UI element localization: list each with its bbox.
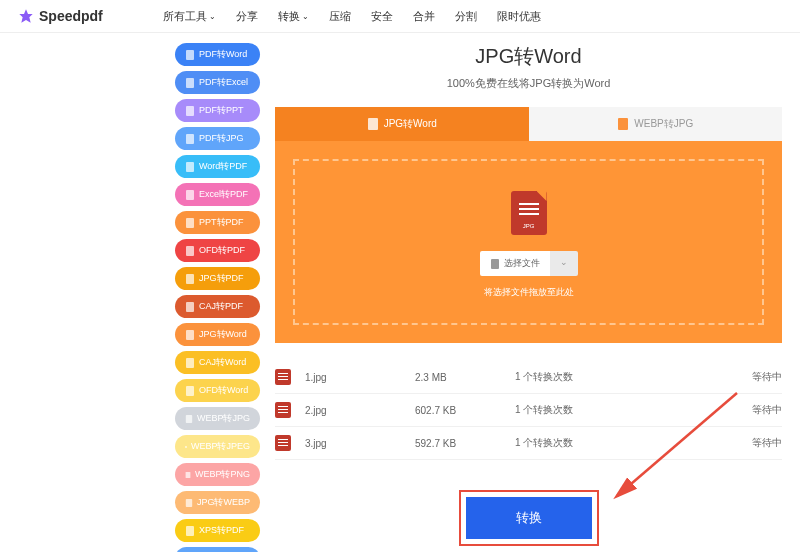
nav-promo[interactable]: 限时优惠 bbox=[497, 9, 541, 24]
sidebar-item-12[interactable]: OFD转Word bbox=[175, 379, 260, 402]
sidebar-item-2[interactable]: PDF转PPT bbox=[175, 99, 260, 122]
svg-rect-16 bbox=[186, 499, 192, 507]
drag-hint: 将选择文件拖放至此处 bbox=[315, 286, 742, 299]
svg-rect-4 bbox=[186, 162, 194, 172]
nav-compress[interactable]: 压缩 bbox=[329, 9, 351, 24]
file-icon bbox=[275, 435, 291, 451]
file-list: 1.jpg2.3 MB1 个转换次数等待中2.jpg602.7 KB1 个转换次… bbox=[275, 343, 782, 478]
doc-icon bbox=[185, 358, 195, 368]
page-subtitle: 100%免费在线将JPG转换为Word bbox=[275, 76, 782, 91]
svg-rect-15 bbox=[186, 472, 191, 478]
doc-icon bbox=[185, 526, 195, 536]
file-count: 1 个转换次数 bbox=[515, 403, 732, 417]
file-status: 等待中 bbox=[732, 436, 782, 450]
sidebar-item-18[interactable]: PDF压缩 bbox=[175, 547, 260, 552]
doc-icon bbox=[185, 470, 191, 480]
sidebar-item-16[interactable]: JPG转WEBP bbox=[175, 491, 260, 514]
svg-rect-17 bbox=[186, 526, 194, 536]
sidebar-item-5[interactable]: Excel转PDF bbox=[175, 183, 260, 206]
svg-rect-11 bbox=[186, 358, 194, 368]
logo-icon bbox=[18, 8, 34, 24]
sidebar-item-15[interactable]: WEBP转PNG bbox=[175, 463, 260, 486]
svg-rect-6 bbox=[186, 218, 194, 228]
sidebar-item-10[interactable]: JPG转Word bbox=[175, 323, 260, 346]
chevron-down-icon: ⌄ bbox=[302, 12, 309, 21]
document-icon bbox=[617, 118, 629, 130]
doc-icon bbox=[185, 498, 193, 508]
svg-rect-8 bbox=[186, 274, 194, 284]
brand-name: Speedpdf bbox=[39, 8, 103, 24]
tab-jpg-to-word[interactable]: JPG转Word bbox=[275, 107, 529, 141]
doc-icon bbox=[185, 274, 195, 284]
sidebar-item-4[interactable]: Word转PDF bbox=[175, 155, 260, 178]
nav-all-tools[interactable]: 所有工具⌄ bbox=[163, 9, 216, 24]
doc-icon bbox=[185, 190, 195, 200]
file-row: 2.jpg602.7 KB1 个转换次数等待中 bbox=[275, 394, 782, 427]
upload-area: JPG 选择文件 ⌄ 将选择文件拖放至此处 bbox=[275, 141, 782, 343]
drop-zone[interactable]: JPG 选择文件 ⌄ 将选择文件拖放至此处 bbox=[293, 159, 764, 325]
main-nav: 所有工具⌄ 分享 转换⌄ 压缩 安全 合并 分割 限时优惠 bbox=[163, 9, 541, 24]
file-icon bbox=[275, 402, 291, 418]
file-size: 602.7 KB bbox=[415, 405, 515, 416]
sidebar-item-14[interactable]: WEBP转JPEG bbox=[175, 435, 260, 458]
format-tabs: JPG转Word WEBP转JPG bbox=[275, 107, 782, 141]
svg-rect-22 bbox=[491, 259, 499, 269]
sidebar: PDF转WordPDF转ExcelPDF转PPTPDF转JPGWord转PDFE… bbox=[175, 43, 260, 552]
nav-convert[interactable]: 转换⌄ bbox=[278, 9, 309, 24]
svg-rect-2 bbox=[186, 106, 194, 116]
select-file-dropdown[interactable]: ⌄ bbox=[550, 251, 578, 276]
brand-logo[interactable]: Speedpdf bbox=[18, 8, 103, 24]
svg-rect-1 bbox=[186, 78, 194, 88]
svg-rect-5 bbox=[186, 190, 194, 200]
doc-icon bbox=[185, 134, 195, 144]
sidebar-item-13[interactable]: WEBP转JPG bbox=[175, 407, 260, 430]
nav-merge[interactable]: 合并 bbox=[413, 9, 435, 24]
file-status: 等待中 bbox=[732, 403, 782, 417]
sidebar-item-0[interactable]: PDF转Word bbox=[175, 43, 260, 66]
svg-rect-21 bbox=[618, 118, 628, 130]
file-name: 1.jpg bbox=[305, 372, 415, 383]
sidebar-item-17[interactable]: XPS转PDF bbox=[175, 519, 260, 542]
doc-icon bbox=[185, 162, 195, 172]
file-row: 1.jpg2.3 MB1 个转换次数等待中 bbox=[275, 361, 782, 394]
sidebar-item-8[interactable]: JPG转PDF bbox=[175, 267, 260, 290]
convert-button[interactable]: 转换 bbox=[466, 497, 592, 539]
file-name: 2.jpg bbox=[305, 405, 415, 416]
nav-security[interactable]: 安全 bbox=[371, 9, 393, 24]
content-area: JPG转Word 100%免费在线将JPG转换为Word JPG转Word WE… bbox=[275, 43, 782, 552]
svg-rect-14 bbox=[185, 446, 187, 448]
nav-share[interactable]: 分享 bbox=[236, 9, 258, 24]
doc-icon bbox=[185, 50, 195, 60]
sidebar-item-11[interactable]: CAJ转Word bbox=[175, 351, 260, 374]
nav-split[interactable]: 分割 bbox=[455, 9, 477, 24]
file-type-icon: JPG bbox=[511, 191, 547, 235]
svg-rect-10 bbox=[186, 330, 194, 340]
svg-rect-0 bbox=[186, 50, 194, 60]
chevron-down-icon: ⌄ bbox=[209, 12, 216, 21]
svg-rect-3 bbox=[186, 134, 194, 144]
svg-rect-7 bbox=[186, 246, 194, 256]
doc-icon bbox=[185, 106, 195, 116]
svg-rect-20 bbox=[368, 118, 378, 130]
convert-highlight: 转换 bbox=[459, 490, 599, 546]
sidebar-item-3[interactable]: PDF转JPG bbox=[175, 127, 260, 150]
file-count: 1 个转换次数 bbox=[515, 370, 732, 384]
file-row: 3.jpg592.7 KB1 个转换次数等待中 bbox=[275, 427, 782, 460]
tab-webp-to-jpg[interactable]: WEBP转JPG bbox=[529, 107, 783, 141]
select-file-button[interactable]: 选择文件 bbox=[480, 251, 550, 276]
svg-rect-9 bbox=[186, 302, 194, 312]
file-icon bbox=[490, 259, 500, 269]
sidebar-item-1[interactable]: PDF转Excel bbox=[175, 71, 260, 94]
sidebar-item-9[interactable]: CAJ转PDF bbox=[175, 295, 260, 318]
file-count: 1 个转换次数 bbox=[515, 436, 732, 450]
file-status: 等待中 bbox=[732, 370, 782, 384]
sidebar-item-6[interactable]: PPT转PDF bbox=[175, 211, 260, 234]
sidebar-item-7[interactable]: OFD转PDF bbox=[175, 239, 260, 262]
file-size: 2.3 MB bbox=[415, 372, 515, 383]
file-name: 3.jpg bbox=[305, 438, 415, 449]
doc-icon bbox=[185, 78, 195, 88]
file-icon bbox=[275, 369, 291, 385]
svg-rect-12 bbox=[186, 386, 194, 396]
document-icon bbox=[367, 118, 379, 130]
page-title: JPG转Word bbox=[275, 43, 782, 70]
